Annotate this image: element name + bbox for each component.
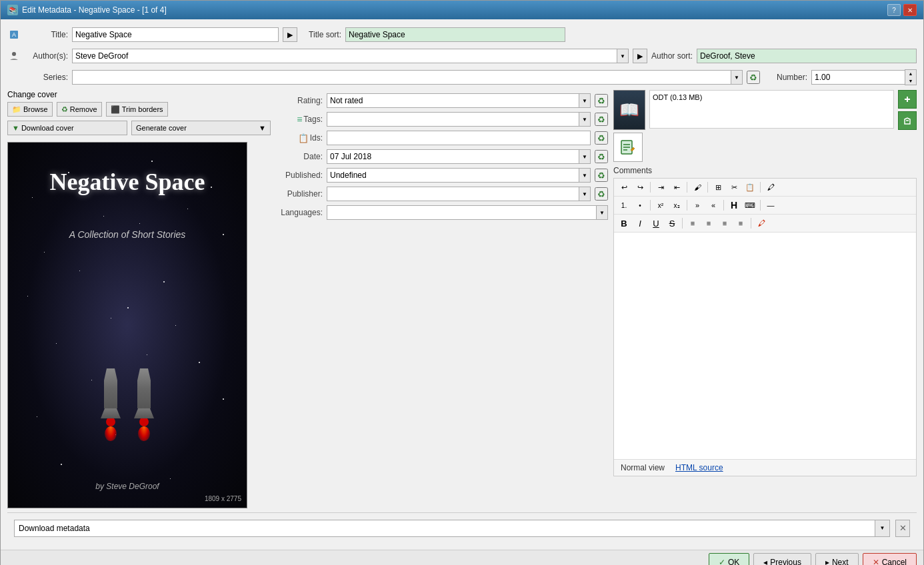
number-spin-up[interactable]: ▲ [905, 70, 916, 77]
download-meta-input[interactable] [14, 520, 875, 537]
help-button[interactable]: ? [887, 4, 901, 16]
publisher-input[interactable] [327, 187, 579, 201]
published-dropdown-btn[interactable]: ▼ [579, 168, 591, 183]
book-cover: Negative Space A Collection of Short Sto… [7, 142, 247, 508]
align-right-btn[interactable]: ≡ [717, 217, 732, 230]
cover-image-bg: Negative Space A Collection of Short Sto… [8, 143, 247, 508]
paste-btn[interactable]: 📋 [743, 181, 757, 194]
series-dropdown-btn[interactable]: ▼ [731, 70, 743, 85]
download-cover-button[interactable]: ▼ Download cover [7, 121, 127, 135]
tags-dropdown-btn[interactable]: ▼ [579, 112, 591, 127]
languages-input-wrap: ▼ [327, 205, 608, 220]
rocket-ball-left [106, 417, 115, 426]
right-panel: 📖 ODT (0.13 [613, 90, 917, 508]
series-refresh-btn[interactable]: ♻ [747, 71, 760, 84]
ul-btn[interactable]: • [633, 199, 647, 212]
cut-btn[interactable]: ✂ [727, 181, 741, 194]
blockquote-in-btn[interactable]: » [690, 199, 705, 212]
book-thumbnail: 📖 [613, 90, 645, 130]
undo-btn[interactable]: ↩ [617, 181, 631, 194]
rocket-left [101, 368, 121, 441]
add-format-button[interactable] [898, 90, 917, 109]
star-5 [187, 209, 188, 209]
number-input[interactable] [811, 70, 905, 85]
author-arrow-btn[interactable]: ▶ [633, 49, 647, 63]
align-center-btn[interactable]: ≡ [701, 217, 716, 230]
number-spin-down[interactable]: ▼ [905, 77, 916, 85]
title-arrow-btn[interactable]: ▶ [283, 27, 297, 42]
next-button[interactable]: ▸ Next [815, 553, 859, 565]
download-meta-arrow-btn[interactable]: ▼ [875, 520, 890, 537]
svg-point-2 [12, 52, 16, 56]
previous-button[interactable]: ◂ Previous [753, 553, 811, 565]
trim-button[interactable]: ⬛ Trim borders [106, 102, 168, 117]
close-button[interactable]: ✕ [903, 4, 917, 16]
languages-input[interactable] [327, 205, 596, 220]
download-cancel-btn[interactable]: ✕ [895, 520, 910, 537]
blockquote-out-btn[interactable]: « [706, 199, 721, 212]
ids-refresh-btn[interactable]: ♻ [595, 131, 608, 145]
heading-btn[interactable]: H [727, 199, 741, 212]
browse-icon: 📁 [12, 105, 21, 114]
rating-input[interactable] [327, 93, 579, 108]
author-input[interactable] [72, 49, 617, 63]
rating-refresh-btn[interactable]: ♻ [595, 94, 608, 107]
redo-btn[interactable]: ↪ [633, 181, 647, 194]
special-char-btn[interactable]: ⌨ [743, 199, 757, 212]
published-refresh-btn[interactable]: ♻ [595, 169, 608, 182]
toolbar-sep-8 [760, 200, 761, 211]
sup-btn[interactable]: x² [653, 199, 668, 212]
languages-dropdown-btn[interactable]: ▼ [596, 205, 608, 220]
outdent-btn[interactable]: ⇤ [669, 181, 684, 194]
published-label: Published: [276, 171, 323, 180]
generate-cover-label: Generate cover [136, 124, 187, 132]
author-sort-input[interactable] [697, 49, 917, 63]
generate-cover-button[interactable]: Generate cover ▼ [131, 121, 271, 135]
hr-btn[interactable]: — [763, 199, 778, 212]
add-format-icon [901, 93, 913, 105]
publisher-refresh-btn[interactable]: ♻ [595, 187, 608, 201]
align-justify-btn[interactable]: ≡ [733, 217, 748, 230]
series-input[interactable] [72, 70, 731, 85]
date-dropdown-btn[interactable]: ▼ [579, 149, 591, 164]
date-input[interactable] [327, 149, 579, 164]
remove-button[interactable]: ♻ Remove [57, 102, 102, 117]
format-section: 📖 ODT (0.13 [613, 90, 917, 162]
tags-input[interactable] [327, 112, 579, 127]
indent-btn[interactable]: ⇥ [653, 181, 668, 194]
publisher-dropdown-btn[interactable]: ▼ [579, 187, 591, 201]
del-format-button[interactable] [898, 111, 917, 130]
sub-btn[interactable]: x₂ [669, 199, 684, 212]
rating-input-wrap: ▼ [327, 93, 591, 108]
clear-format-btn[interactable]: 🖍 [754, 217, 769, 230]
normal-view-btn[interactable]: Normal view [618, 462, 667, 474]
strikethrough-btn[interactable]: S [665, 217, 679, 230]
rating-dropdown-btn[interactable]: ▼ [579, 93, 591, 108]
author-dropdown-btn[interactable]: ▼ [617, 49, 629, 63]
ids-input[interactable] [327, 131, 591, 145]
comments-body[interactable] [614, 233, 916, 459]
ok-button[interactable]: ✓ OK [709, 553, 749, 565]
bold-btn[interactable]: B [617, 217, 631, 230]
title-sort-input[interactable] [345, 27, 565, 42]
copy-btn[interactable]: ⊞ [711, 181, 725, 194]
tags-refresh-btn[interactable]: ♻ [595, 113, 608, 126]
ol-btn[interactable]: 1. [617, 199, 631, 212]
html-source-btn[interactable]: HTML source [673, 462, 726, 474]
style-btn[interactable]: 🖌 [690, 181, 705, 194]
rocket-right [134, 368, 154, 441]
edit-meta-button[interactable] [613, 133, 643, 162]
italic-btn[interactable]: I [633, 217, 647, 230]
underline-btn[interactable]: U [649, 217, 663, 230]
star-14 [223, 398, 224, 400]
browse-button[interactable]: 📁 Browse [7, 102, 53, 117]
rocket-glow-right [138, 426, 150, 441]
date-refresh-btn[interactable]: ♻ [595, 150, 608, 163]
cancel-button[interactable]: ✕ Cancel [863, 553, 917, 565]
title-input[interactable] [72, 27, 279, 42]
published-input[interactable] [327, 168, 579, 183]
comments-footer: Normal view HTML source [614, 459, 916, 476]
paint-btn[interactable]: 🖍 [763, 181, 778, 194]
align-left-btn[interactable]: ≡ [685, 217, 700, 230]
rocket-ball-right [139, 417, 149, 426]
